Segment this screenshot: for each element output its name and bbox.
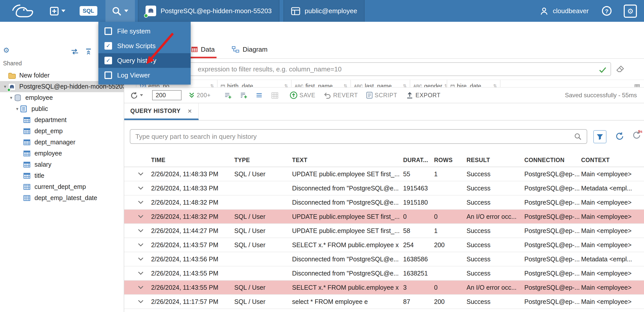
history-row-error[interactable]: 2/26/2024, 11:43:55 PM SQL / User SELECT… [124, 281, 644, 295]
cell-context: Metadata <empl... [581, 185, 644, 192]
menu-item-log-viewer[interactable]: Log Viewer [98, 68, 191, 83]
tree-settings-button[interactable]: ⚙ [3, 46, 9, 54]
history-row[interactable]: 2/26/2024, 11:48:33 PM SQL / User UPDATE… [124, 167, 644, 181]
collapse-all-button[interactable] [85, 48, 92, 57]
expand-row-icon[interactable] [130, 186, 151, 190]
chevron-expanded-icon[interactable]: ▾ [2, 84, 8, 89]
chevron-expanded-icon[interactable]: ▾ [14, 106, 20, 111]
menu-item-query-history[interactable]: Query history [98, 53, 191, 68]
history-filter-button[interactable] [593, 130, 606, 143]
history-row[interactable]: 2/26/2024, 11:43:57 PM SQL / User SELECT… [124, 238, 644, 252]
add-row-button[interactable] [224, 92, 231, 99]
sort-icon[interactable]: ⇅ [403, 84, 407, 87]
checkbox-unchecked-icon[interactable] [104, 27, 112, 35]
help-button[interactable]: ? [602, 6, 612, 16]
schema-selector[interactable]: public@employee [283, 0, 365, 22]
column-header[interactable]: ABC last_name ⇅ [351, 80, 410, 87]
column-header[interactable]: birth_date ⇅ [218, 80, 292, 87]
fetch-size-input[interactable] [152, 90, 182, 100]
expand-row-icon[interactable] [130, 286, 151, 289]
tree-item-table[interactable]: title [0, 170, 124, 181]
tree-item-schema[interactable]: ▾ public [0, 103, 124, 114]
tree-item-table[interactable]: dept_emp [0, 126, 124, 137]
new-connection-button[interactable] [45, 0, 70, 22]
sql-editor-button[interactable]: SQL [75, 0, 102, 22]
column-header[interactable]: ABC first_name ⇅ [292, 80, 351, 87]
export-button[interactable]: EXPORT [406, 92, 441, 99]
cell-rows: 200 [434, 241, 467, 248]
tree-item-table[interactable]: department [0, 114, 124, 126]
expand-row-icon[interactable] [130, 257, 151, 261]
fetch-more-button[interactable]: 200+ [189, 92, 211, 99]
menu-item-show-scripts[interactable]: Show Scripts [98, 38, 191, 53]
funnel-icon [596, 133, 603, 140]
auto-refresh-button[interactable]: 5s [631, 129, 642, 142]
history-row[interactable]: 2/26/2024, 11:43:56 PM Disconnected from… [124, 252, 644, 266]
column-header[interactable]: hire_date ⇅ [447, 80, 500, 87]
checkbox-checked-icon[interactable] [104, 57, 112, 64]
settings-button[interactable]: ⚙ [624, 4, 637, 17]
sort-icon[interactable]: ⇅ [210, 84, 214, 87]
tree-item-table[interactable]: employee [0, 148, 124, 159]
column-name: hire_date [457, 83, 481, 87]
delete-row-button[interactable] [255, 92, 263, 99]
connection-selector[interactable]: PostgreSQL@ep-hidden-moon-55203 [138, 0, 279, 22]
tab-data[interactable]: Data [189, 46, 217, 58]
cell-duration: 1638586 [403, 256, 434, 263]
tab-query-history[interactable]: QUERY HISTORY × [124, 103, 199, 120]
apply-filter-icon[interactable] [599, 66, 606, 75]
tree-section-label: Shared [3, 60, 22, 66]
expand-row-icon[interactable] [130, 243, 151, 247]
object-tree: New folder ▾ PostgreSQL@ep-hidden-moon-5… [0, 70, 124, 204]
tree-item-label: department [34, 116, 66, 124]
filter-expression-input[interactable] [129, 62, 611, 76]
history-refresh-button[interactable] [615, 132, 624, 143]
duplicate-row-button[interactable] [240, 92, 247, 99]
tree-item-view[interactable]: current_dept_emp [0, 181, 124, 192]
tree-item-view[interactable]: dept_emp_latest_date [0, 192, 124, 204]
expand-row-icon[interactable] [130, 271, 151, 275]
expand-row-icon[interactable] [130, 229, 151, 232]
tools-menu-button[interactable] [105, 0, 135, 22]
history-row[interactable]: 2/26/2024, 11:43:55 PM Disconnected from… [124, 266, 644, 281]
expand-row-icon[interactable] [130, 172, 151, 176]
sync-connection-button[interactable] [71, 48, 79, 57]
refresh-result-button[interactable] [130, 91, 143, 99]
tree-item-database[interactable]: ▾ employee [0, 92, 124, 103]
history-row[interactable]: 2/26/2024, 11:17:57 PM SQL / User select… [124, 295, 644, 309]
history-row[interactable]: 2/26/2024, 11:48:32 PM Disconnected from… [124, 196, 644, 210]
cell-result: Success [467, 241, 524, 248]
sort-icon[interactable]: ⇅ [284, 84, 288, 87]
column-header[interactable]: ABC gender ⇅ [410, 80, 447, 87]
tree-item-table[interactable]: salary [0, 159, 124, 170]
save-button[interactable]: SAVE [289, 91, 315, 99]
tab-diagram[interactable]: Diagram [230, 46, 270, 58]
auto-refresh-grid-button[interactable] [271, 92, 278, 99]
chevron-down-icon [61, 10, 65, 12]
chevron-expanded-icon[interactable]: ▾ [8, 95, 14, 100]
history-row[interactable]: 2/26/2024, 11:48:33 PM Disconnected from… [124, 181, 644, 196]
expand-row-icon[interactable] [130, 300, 151, 303]
revert-button[interactable]: REVERT [324, 92, 358, 99]
history-search-input[interactable] [130, 129, 587, 144]
expand-row-icon[interactable] [130, 201, 151, 204]
user-menu[interactable]: cloudbeaver [540, 6, 589, 15]
clear-filter-button[interactable] [616, 65, 624, 74]
checkbox-unchecked-icon[interactable] [104, 71, 112, 79]
history-row-error[interactable]: 2/26/2024, 11:48:32 PM SQL / User UPDATE… [124, 210, 644, 224]
sort-icon[interactable]: ⇅ [444, 84, 447, 87]
history-row[interactable]: 2/26/2024, 11:44:27 PM SQL / User UPDATE… [124, 224, 644, 238]
expand-row-icon[interactable] [130, 215, 151, 218]
tree-item-table[interactable]: dept_manager [0, 137, 124, 148]
grid-settings-icon[interactable] [634, 82, 640, 87]
script-button[interactable]: SCRIPT [366, 92, 397, 99]
add-row-icon [224, 92, 231, 99]
sort-icon[interactable]: ⇅ [493, 84, 497, 87]
close-icon[interactable]: × [188, 107, 192, 115]
checkbox-checked-icon[interactable] [104, 42, 112, 50]
cell-rows: 1 [434, 170, 467, 178]
sort-icon[interactable]: ⇅ [344, 84, 347, 87]
chevron-down-icon [124, 10, 128, 12]
menu-item-file-system[interactable]: File system [98, 24, 191, 38]
query-history-panel: QUERY HISTORY × 5s [124, 103, 644, 312]
